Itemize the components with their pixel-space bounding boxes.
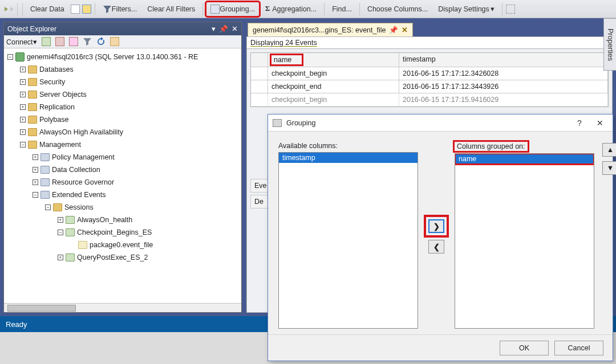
- grouped-columns-section: Columns grouped on: name: [455, 142, 594, 329]
- grid-row-marker: [251, 93, 268, 107]
- dialog-title-bar[interactable]: Grouping ? ✕: [268, 114, 613, 132]
- disconnect-icon[interactable]: [55, 37, 64, 46]
- grouped-columns-list[interactable]: name: [455, 153, 594, 329]
- grid-row[interactable]: checkpoint_begin 2016-06-15 17:17:15.941…: [251, 93, 608, 107]
- tree-label: Management: [39, 141, 81, 149]
- document-tab[interactable]: genemi4f\sql2016rc3...gins_ES: event_fil…: [248, 23, 413, 36]
- grid-banner: Displaying 24 Events: [247, 37, 612, 49]
- filter-icon[interactable]: [83, 37, 92, 46]
- available-columns-list[interactable]: timestamp: [278, 152, 418, 329]
- tree-node-pkg0[interactable]: package0.event_file: [5, 239, 240, 251]
- grid-active-icon[interactable]: [82, 5, 91, 14]
- tree-node-polybase[interactable]: +Polybase: [5, 113, 240, 126]
- ok-button[interactable]: OK: [500, 341, 549, 355]
- tree-scroll[interactable]: −genemi4f\sql2016rc3 (SQL Server 13.0.14…: [4, 48, 241, 303]
- close-icon[interactable]: ✕: [402, 26, 408, 34]
- filters-button[interactable]: Filters...: [99, 2, 141, 16]
- order-buttons: ▲ ▼: [602, 142, 616, 329]
- stop-icon[interactable]: [69, 37, 78, 46]
- tree-node-security[interactable]: +Security: [5, 76, 240, 88]
- connect-button[interactable]: Connect▾: [6, 38, 37, 46]
- nav-fwd-icon: [10, 7, 14, 11]
- display-settings-button[interactable]: Display Settings ▾: [434, 2, 499, 16]
- grid-cell-name: checkpoint_end: [268, 80, 399, 93]
- tree-node-resgov[interactable]: +Resource Governor: [5, 176, 240, 189]
- grid-icon[interactable]: [71, 5, 80, 14]
- pin-icon[interactable]: 📌: [389, 26, 398, 34]
- grouped-columns-label: Columns grouped on:: [455, 142, 528, 151]
- tree-server-node[interactable]: −genemi4f\sql2016rc3 (SQL Server 13.0.14…: [5, 51, 240, 63]
- tree-node-server-objects[interactable]: +Server Objects: [5, 88, 240, 101]
- close-icon[interactable]: ✕: [232, 24, 238, 33]
- tree-node-alwayson[interactable]: +AlwaysOn High Availability: [5, 126, 240, 138]
- folder-icon: [28, 91, 37, 99]
- refresh-icon[interactable]: [96, 37, 106, 46]
- move-up-button[interactable]: ▲: [602, 143, 616, 157]
- find-button[interactable]: Find...: [328, 2, 356, 16]
- server-icon: [15, 52, 25, 62]
- sep: [502, 3, 502, 15]
- clear-data-button[interactable]: Clear Data: [26, 2, 68, 16]
- tree-label: Replication: [39, 103, 75, 111]
- tree-server-label: genemi4f\sql2016rc3 (SQL Server 13.0.140…: [27, 53, 198, 61]
- grouping-dialog: Grouping ? ✕ Available columns: timestam…: [268, 114, 613, 361]
- grid-row[interactable]: checkpoint_begin 2016-06-15 17:17:12.342…: [251, 67, 608, 80]
- tree-node-querypost[interactable]: +QueryPostExec_ES_2: [5, 251, 240, 264]
- tree-node-management[interactable]: −Management: [5, 138, 240, 151]
- dropdown-icon[interactable]: ▾: [212, 24, 216, 33]
- grid-cell-timestamp: 2016-06-15 17:17:15.9416029: [399, 93, 608, 107]
- help-button[interactable]: ?: [572, 118, 587, 128]
- grouping-button[interactable]: Grouping...: [206, 2, 259, 16]
- folder-icon: [28, 141, 37, 149]
- cancel-button[interactable]: Cancel: [554, 341, 603, 355]
- grid-header-name-wrap[interactable]: name: [268, 53, 399, 67]
- grid-cell-timestamp: 2016-06-15 17:17:12.3426028: [399, 67, 608, 80]
- sigma-icon: Σ: [265, 5, 270, 13]
- resource-governor-icon: [40, 178, 50, 186]
- grid-row[interactable]: checkpoint_end 2016-06-15 17:17:12.34439…: [251, 80, 608, 93]
- move-buttons: ❯ ❮: [426, 142, 447, 329]
- grid-header-timestamp[interactable]: timestamp: [399, 53, 608, 67]
- list-item[interactable]: timestamp: [279, 153, 418, 163]
- close-button[interactable]: ✕: [592, 118, 608, 128]
- tree-node-replication[interactable]: +Replication: [5, 101, 240, 113]
- tree-node-alwayson-health[interactable]: +AlwaysOn_health: [5, 214, 240, 226]
- tree-label: Checkpoint_Begins_ES: [77, 228, 152, 236]
- properties-side-tab[interactable]: Properties: [603, 18, 616, 71]
- panel-title-bar: Object Explorer ▾ 📌 ✕: [4, 22, 241, 35]
- horizontal-scrollbar[interactable]: [4, 303, 241, 312]
- tree-node-databases[interactable]: +Databases: [5, 63, 240, 76]
- tree-node-datacoll[interactable]: +Data Collection: [5, 163, 240, 176]
- dialog-title: Grouping: [286, 119, 315, 127]
- sep: [95, 3, 95, 15]
- session-icon: [66, 228, 75, 236]
- tree-label: Server Objects: [39, 91, 87, 99]
- folder-icon: [28, 116, 37, 124]
- move-down-button[interactable]: ▼: [602, 161, 616, 175]
- dialog-footer: OK Cancel: [268, 334, 613, 361]
- tree-node-checkpoint-begins[interactable]: −Checkpoint_Begins_ES: [5, 226, 240, 239]
- sep: [202, 3, 203, 15]
- object-explorer-panel: Object Explorer ▾ 📌 ✕ Connect▾ −genemi4f…: [3, 22, 242, 313]
- grid-header: name timestamp: [251, 53, 608, 67]
- scrollbar-thumb[interactable]: [7, 305, 76, 312]
- dropdown-icon: ▾: [33, 38, 37, 46]
- tree-node-sessions[interactable]: −Sessions: [5, 201, 240, 214]
- aggregation-button[interactable]: Σ Aggregation...: [261, 2, 321, 16]
- overflow-icon[interactable]: [506, 5, 515, 14]
- move-left-button[interactable]: ❮: [428, 240, 444, 253]
- move-right-button[interactable]: ❯: [428, 219, 444, 233]
- grid-cell-name: checkpoint_begin: [268, 93, 399, 107]
- tree-node-policy[interactable]: +Policy Management: [5, 151, 240, 163]
- pin-icon[interactable]: 📌: [219, 24, 228, 33]
- choose-columns-button[interactable]: Choose Columns...: [363, 2, 432, 16]
- nav-back-icon[interactable]: [5, 7, 8, 11]
- connect-icon[interactable]: [42, 37, 51, 46]
- folder-icon: [53, 203, 62, 211]
- tree-label: Security: [39, 78, 65, 86]
- tree-node-xe[interactable]: −Extended Events: [5, 189, 240, 201]
- list-item[interactable]: name: [455, 154, 594, 164]
- policy-icon[interactable]: [110, 37, 119, 46]
- grouping-label: Grouping...: [220, 5, 255, 13]
- clear-all-filters-button[interactable]: Clear All Filters: [143, 2, 199, 16]
